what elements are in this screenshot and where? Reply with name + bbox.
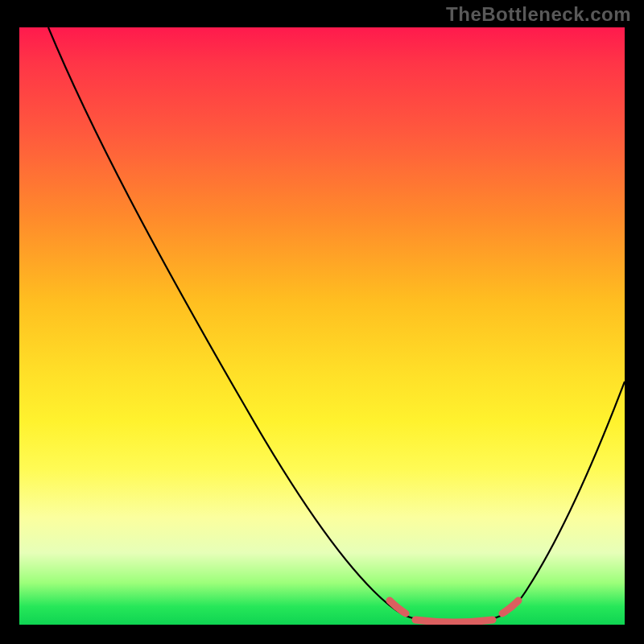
accent-flat-bottom (415, 620, 493, 622)
bottleneck-curve-svg (19, 27, 625, 625)
bottleneck-curve (48, 27, 625, 623)
accent-left-knee (390, 601, 406, 613)
chart-plot-area (19, 27, 625, 625)
accent-right-knee (502, 601, 518, 613)
watermark-text: TheBottleneck.com (446, 3, 631, 26)
